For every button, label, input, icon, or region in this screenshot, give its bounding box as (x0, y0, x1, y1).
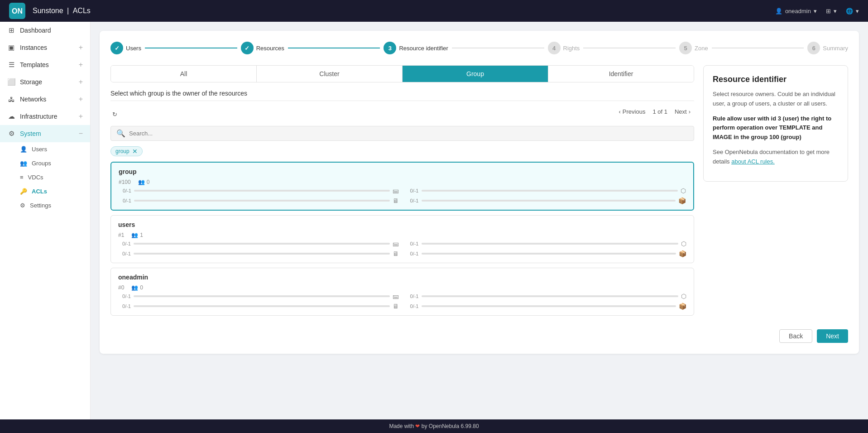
info-title: Resource identifier (713, 75, 839, 84)
group-card-users[interactable]: users #1 👥 1 0/-1 (110, 215, 694, 263)
sidebar-item-settings[interactable]: ⚙ Settings (20, 198, 90, 212)
stat-bar (422, 305, 676, 307)
next-button[interactable]: Next › (671, 106, 694, 117)
sidebar-item-infrastructure[interactable]: ☁ Infrastructure + (0, 108, 90, 125)
connector-2 (288, 48, 380, 48)
tab-group[interactable]: Group (402, 66, 548, 82)
sidebar-item-networks[interactable]: 🖧 Networks + (0, 91, 90, 108)
previous-button[interactable]: ‹ Previous (615, 106, 649, 117)
connector-3 (452, 48, 544, 48)
group-id: #0 (118, 284, 124, 291)
sidebar-label-system: System (20, 130, 41, 137)
heart-icon: ❤ (415, 423, 421, 429)
active-filter-tag: group ✕ (110, 146, 143, 156)
vdcs-icon: ≡ (20, 174, 24, 181)
sidebar-item-system[interactable]: ⚙ System − (0, 125, 90, 142)
sidebar-label-storage: Storage (20, 78, 42, 86)
stat-value: 0/-1 (118, 293, 131, 299)
settings-icon: ⚙ (20, 202, 25, 209)
acl-docs-link[interactable]: about ACL rules. (731, 158, 775, 165)
stat-bar (134, 243, 390, 245)
tab-all[interactable]: All (111, 66, 256, 82)
tag-label: group (115, 148, 129, 154)
stat-value: 0/-1 (406, 251, 419, 256)
sidebar-item-dashboard[interactable]: ⊞ Dashboard (0, 22, 90, 39)
refresh-button[interactable]: ↻ (110, 109, 119, 120)
info-desc-1: Select resource owners. Could be an indi… (713, 90, 839, 109)
stat-value: 0/-1 (406, 293, 419, 299)
user-menu[interactable]: 👤 oneadmin ▾ (775, 8, 817, 14)
connector-4 (583, 48, 676, 48)
group-name: users (118, 221, 135, 228)
stat-value: 0/-1 (119, 198, 131, 203)
group-card-oneadmin[interactable]: oneadmin #0 👥 0 0/-1 (110, 268, 694, 316)
section-separator: | (67, 7, 71, 14)
server-icon: 🖴 (393, 293, 399, 300)
stat-bar (134, 295, 390, 297)
step-label-resource-identifier: Resource identifier (399, 45, 448, 52)
sidebar-item-acls[interactable]: 🔑 ACLs (20, 184, 90, 198)
back-button[interactable]: Back (779, 329, 812, 343)
group-id: #1 (118, 232, 124, 238)
system-icon: ⚙ (7, 130, 15, 138)
group-name: group (119, 168, 137, 175)
step-rights: 4 Rights (548, 42, 580, 54)
connector-1 (145, 48, 237, 48)
sidebar-label-groups: Groups (32, 160, 51, 167)
groups-icon: 👥 (20, 160, 27, 167)
monitor-icon: 🖥 (393, 303, 399, 310)
svg-text:ON: ON (12, 7, 23, 15)
users-icon: 👤 (20, 146, 27, 153)
main-layout: ⊞ Dashboard ▣ Instances + ☰ Templates + … (0, 22, 868, 419)
wizard-footer: Back Next (110, 329, 848, 343)
sidebar-item-groups[interactable]: 👥 Groups (20, 156, 90, 170)
tab-cluster[interactable]: Cluster (256, 66, 402, 82)
step-zone: 5 Zone (679, 42, 708, 54)
system-collapse-icon: − (79, 130, 83, 138)
chevron-left-icon: ‹ (619, 108, 620, 115)
content-main: All Cluster Group Identifier Select whic… (110, 65, 694, 320)
group-card-group[interactable]: group #100 👥 0 0/-1 (110, 162, 694, 211)
server-icon: 🖴 (393, 240, 399, 247)
stat-bar (422, 295, 679, 297)
footer-version: 6.99.80 (461, 423, 479, 429)
wizard-steps: ✓ Users ✓ Resources 3 Resource identifie… (110, 42, 848, 54)
sidebar-item-vdcs[interactable]: ≡ VDCs (20, 170, 90, 184)
sidebar: ⊞ Dashboard ▣ Instances + ☰ Templates + … (0, 22, 91, 419)
info-panel: Resource identifier Select resource owne… (703, 65, 848, 182)
topbar: ON Sunstone | ACLs 👤 oneadmin ▾ ⊞ ▾ 🌐 ▾ (0, 0, 868, 22)
tag-close-button[interactable]: ✕ (132, 148, 138, 154)
pagination: ‹ Previous 1 of 1 Next › (615, 106, 694, 117)
connector-5 (712, 48, 804, 48)
step-resource-identifier: 3 Resource identifier (384, 42, 448, 54)
search-input[interactable] (129, 130, 688, 137)
step-circle-resources: ✓ (241, 42, 254, 54)
sidebar-item-users[interactable]: 👤 Users (20, 142, 90, 156)
step-circle-summary: 6 (807, 42, 820, 54)
network-icon: ⬡ (681, 240, 686, 247)
acls-icon: 🔑 (20, 188, 27, 195)
step-label-summary: Summary (823, 45, 848, 52)
box-icon: 📦 (679, 303, 686, 310)
sidebar-item-instances[interactable]: ▣ Instances + (0, 39, 90, 56)
pagination-current: 1 of 1 (652, 108, 667, 115)
resource-tabs: All Cluster Group Identifier (110, 65, 694, 82)
apps-menu[interactable]: ⊞ ▾ (826, 8, 837, 14)
username: oneadmin (785, 8, 811, 14)
language-menu[interactable]: 🌐 ▾ (846, 8, 859, 14)
chevron-down-icon: ▾ (814, 8, 817, 14)
step-circle-resource-identifier: 3 (384, 42, 396, 54)
instances-expand-icon: + (79, 43, 83, 52)
next-label: Next (675, 108, 687, 115)
next-button[interactable]: Next (817, 329, 848, 343)
logo: ON (9, 3, 25, 19)
sidebar-item-storage[interactable]: ⬜ Storage + (0, 73, 90, 91)
pagination-top: ↻ ‹ Previous 1 of 1 Next › (110, 106, 694, 122)
step-resources: ✓ Resources (241, 42, 284, 54)
stat-value: 0/-1 (119, 188, 131, 193)
tab-identifier[interactable]: Identifier (548, 66, 694, 82)
content-split: All Cluster Group Identifier Select whic… (110, 65, 848, 320)
sidebar-item-templates[interactable]: ☰ Templates + (0, 56, 90, 73)
footer-by: by OpenNebula (422, 423, 459, 429)
network-icon: ⬡ (681, 187, 686, 194)
